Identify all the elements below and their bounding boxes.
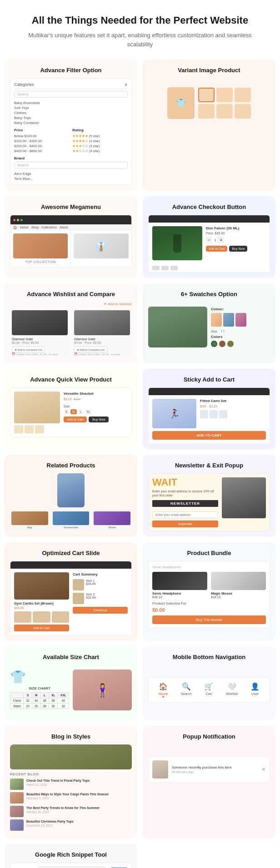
wl-product-1: Glamour Gale $5.0e · Prev: $5.50 ⊕ Add t… — [10, 308, 70, 357]
blog-item-info-3: The Best Party Trends to Know for This S… — [26, 806, 100, 813]
sc-waist-xxl: 32 — [58, 704, 69, 709]
fm-search[interactable]: Search — [14, 91, 128, 98]
cart-item-info-1: Item 1$29.99 — [86, 579, 95, 590]
qv-size-l[interactable]: L — [78, 409, 84, 414]
feature-sticky-cart: Sticky Add to Cart 🏃‍♀️ Fitted Cami Set … — [143, 369, 275, 449]
sticky-demo-area: 🏃‍♀️ Fitted Cami Set $99 - $119 — [148, 387, 270, 444]
sw-colors-label: Colors — [211, 335, 270, 339]
cart-checkout-button[interactable]: Checkout — [73, 607, 128, 614]
sc-chest-l: 36 — [40, 698, 49, 704]
striped-shirt-icon: 👔 — [95, 241, 107, 252]
popup-close-button[interactable]: ✕ — [261, 766, 266, 773]
bundle-product-price-1: $38.10 — [152, 595, 207, 599]
wl-product-img-1 — [12, 310, 68, 335]
qv-thumb-2[interactable] — [25, 425, 34, 433]
nl-subscribe-button[interactable]: Subscribe — [152, 521, 218, 527]
mn-item-user[interactable]: 👤 User — [250, 682, 260, 698]
fm-item-5: Baby Container — [14, 120, 128, 125]
qv-add-to-cart-button[interactable]: Add to Cart — [64, 417, 87, 422]
qv-size-s[interactable]: S — [64, 409, 69, 414]
variant-thumb-5[interactable] — [216, 104, 233, 119]
nl-right-image — [222, 477, 266, 518]
sw-swatch-1[interactable] — [211, 313, 222, 327]
wl-compare-badge-2[interactable]: ⊕ Add to Compare List — [74, 347, 107, 352]
qv-size-xl[interactable]: XL — [85, 409, 92, 414]
variant-thumb-1[interactable] — [198, 88, 215, 102]
cb-qty-plus[interactable]: + — [218, 237, 224, 243]
variant-thumb-4[interactable] — [198, 104, 215, 119]
model-person-icon: 🧍‍♀️ — [95, 683, 110, 698]
feature-title-newsletter: Newsletter & Exit Popup — [148, 462, 270, 469]
mn-item-wishlist[interactable]: 🤍 Wishlist — [226, 682, 238, 698]
wl-product-img-2 — [74, 310, 130, 335]
sw-color-brown[interactable] — [219, 341, 225, 347]
cart-add-to-cart-button[interactable]: Add to Cart — [14, 625, 69, 631]
wl-compare-badge-1[interactable]: ⊕ Add to Compare List — [12, 347, 45, 352]
bundle-headphones-img — [152, 572, 207, 590]
feature-wishlist: Advance Wishlist and Compare ✦ Add to Wi… — [5, 283, 137, 363]
mn-item-cart[interactable]: 🛒 Cart — [204, 682, 213, 698]
mn-item-search[interactable]: 🔍 Search — [181, 682, 192, 698]
blog-item-img-2 — [10, 792, 24, 804]
page-title: All the Things Needed for the Perfect We… — [18, 15, 262, 26]
bundle-product-1: Sonic Headphone $38.10 — [152, 572, 207, 599]
qv-size-m[interactable]: M — [70, 409, 76, 414]
sticky-thumb-3[interactable] — [219, 410, 227, 418]
sc-header-label — [10, 693, 24, 698]
bundle-buy-button[interactable]: Buy This Bundle — [152, 615, 266, 624]
fm-brand-search[interactable]: Search — [14, 162, 128, 169]
sc-left: 👕 SIZE CHART S M L XL — [10, 670, 69, 710]
sc-header-row: S M L XL XXL — [10, 693, 69, 698]
sticky-thumb-2[interactable] — [210, 410, 218, 418]
qv-thumb-1[interactable] — [14, 425, 23, 433]
nl-email-input[interactable] — [152, 511, 218, 518]
qv-thumb-3[interactable] — [35, 425, 44, 433]
quickview-demo-area: Versatile Shacket $119 $155 Size S M L X… — [10, 387, 132, 437]
sticky-body: 🏃‍♀️ Fitted Cami Set $99 - $119 — [149, 395, 270, 443]
rp-product-img-3 — [94, 511, 130, 525]
qv-buy-now-button[interactable]: Buy Now — [89, 417, 109, 422]
sc-waist-s: 24 — [24, 704, 32, 709]
mn-item-home[interactable]: 🏠 Home — [159, 682, 168, 698]
cb-buy-now-button[interactable]: Buy Now — [229, 246, 247, 252]
megamenu-mock: 🏠 Home Shop Collections About TOP COLLEC… — [10, 215, 132, 268]
sw-color-olive[interactable] — [227, 341, 234, 347]
filter-rating-col: Rating ★★★★★ (5 star) ★★★★☆ (4 star) ★★★… — [72, 125, 128, 154]
sw-color-green[interactable] — [211, 341, 217, 347]
cart-left: Gym Cardio Set (Brown) $49.99 Add to Car… — [14, 572, 69, 631]
wl-product-price-2: $5.0e · Prev: $5.50 — [74, 341, 130, 344]
search-icon: 🔍 — [181, 682, 192, 691]
related-mock: Bag Accessories Shoes — [10, 473, 132, 530]
sticky-add-to-cart-bar[interactable]: ADD TO CART — [152, 431, 266, 440]
nl-wait-text: WAIT — [152, 477, 218, 487]
sc-chest-xxl: 40 — [58, 698, 69, 704]
cb-add-to-cart-button[interactable]: Add to Cart — [206, 246, 227, 252]
blog-post-title-1: Check Out This Trend in Floral Party Top… — [26, 779, 90, 783]
sn-google-search-bar: Google 🔍 Search for products Search — [10, 863, 132, 868]
rp-person-img — [57, 473, 85, 507]
popup-product-img — [152, 760, 168, 779]
blog-post-title-3: The Best Party Trends to Know for This S… — [26, 806, 100, 810]
cb-qty-minus[interactable]: − — [206, 237, 212, 243]
variant-thumb-6[interactable] — [235, 104, 251, 119]
sticky-product-name: Fitted Cami Set — [200, 399, 266, 403]
mn-label-wishlist: Wishlist — [226, 692, 238, 696]
mn-active-indicator — [162, 696, 164, 698]
cart-thumb-1[interactable] — [14, 611, 31, 623]
sc-chest-xl: 38 — [49, 698, 58, 704]
sw-swatch-2[interactable] — [223, 313, 234, 327]
sw-swatch-3[interactable] — [235, 313, 246, 327]
feature-title-mobile-nav: Mobile Bottom Navigation — [148, 654, 270, 660]
shirt-icon: 👕 — [176, 98, 186, 108]
mm-product-img-1 — [13, 233, 68, 258]
sc-chest-s: 32 — [24, 698, 32, 704]
cart-thumb-2[interactable] — [33, 611, 50, 623]
popup-mock: Someone recently purchase this item 48 M… — [148, 756, 270, 783]
sticky-thumb-1[interactable] — [200, 410, 208, 418]
related-demo-area: Bag Accessories Shoes — [10, 473, 132, 530]
rp-product-name-1: Bag — [11, 526, 48, 529]
wishlist-icon: 🤍 — [226, 682, 238, 691]
variant-thumb-2[interactable] — [216, 88, 233, 102]
cart-thumb-3[interactable] — [52, 611, 69, 623]
variant-thumb-3[interactable] — [235, 88, 251, 102]
